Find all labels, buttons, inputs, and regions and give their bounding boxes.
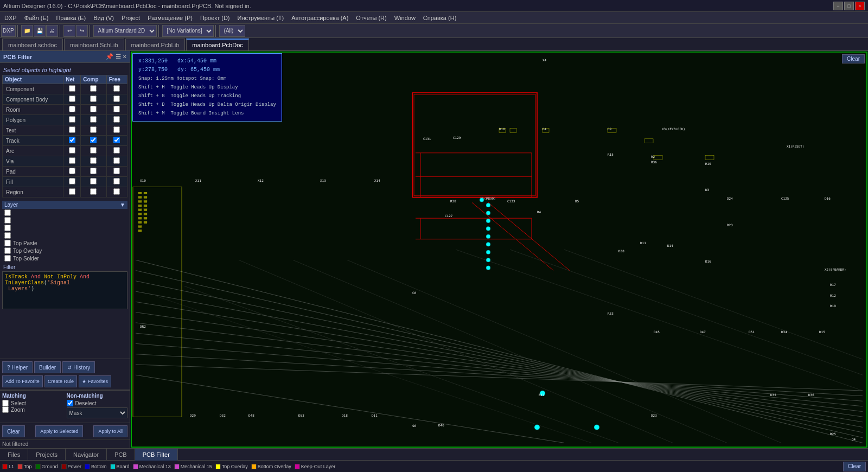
toolbar-save[interactable]: 💾 bbox=[34, 25, 46, 37]
builder-button[interactable]: Builder bbox=[34, 361, 61, 373]
obj-net-6[interactable] bbox=[63, 146, 81, 156]
menu-item-project[interactable]: Project bbox=[118, 14, 143, 22]
obj-comp-10[interactable] bbox=[81, 187, 106, 197]
tab-schlib[interactable]: mainboard.SchLib bbox=[64, 39, 124, 50]
obj-net-7[interactable] bbox=[63, 156, 81, 167]
obj-comp-5[interactable] bbox=[81, 136, 106, 146]
obj-net-8[interactable] bbox=[63, 167, 81, 177]
obj-free-5[interactable] bbox=[106, 136, 127, 146]
layer-checkbox-4[interactable] bbox=[4, 240, 11, 246]
toolbar-redo[interactable]: ↪ bbox=[76, 25, 88, 37]
menu-item----------------[interactable]: Инструменты (Т) bbox=[234, 14, 288, 22]
matching-zoom-checkbox[interactable] bbox=[2, 406, 9, 413]
obj-comp-3[interactable] bbox=[81, 115, 106, 125]
layer-clear-button[interactable]: Clear bbox=[843, 462, 866, 471]
obj-comp-8[interactable] bbox=[81, 167, 106, 177]
btab-navigator[interactable]: Navigator bbox=[66, 449, 107, 461]
menu-item---------[interactable]: Файл (Е) bbox=[21, 14, 52, 22]
history-button[interactable]: ↺ History bbox=[62, 361, 95, 373]
menu-item---------------[interactable]: Размещение (Р) bbox=[144, 14, 196, 22]
add-to-favorites-button[interactable]: Add To Favorite bbox=[2, 375, 43, 387]
object-row-via: Via bbox=[3, 156, 127, 167]
clear-button[interactable]: Clear bbox=[2, 425, 25, 437]
obj-free-4[interactable] bbox=[106, 125, 127, 136]
apply-to-selected-button[interactable]: Apply to Selected bbox=[35, 425, 83, 437]
variations-dropdown[interactable]: [No Variations] bbox=[162, 25, 214, 37]
non-matching-mask-dropdown[interactable]: Mask Dim Normal bbox=[67, 407, 128, 418]
btab-pcb[interactable]: PCB bbox=[107, 449, 135, 461]
view-mode-dropdown[interactable]: Altium Standard 2D bbox=[93, 25, 157, 37]
obj-free-9[interactable] bbox=[106, 177, 127, 187]
btab-pcb-filter[interactable]: PCB Filter bbox=[135, 449, 178, 461]
clear-button-top-right[interactable]: Clear bbox=[842, 54, 865, 63]
all-dropdown[interactable]: (All) bbox=[219, 25, 245, 37]
obj-free-7[interactable] bbox=[106, 156, 127, 167]
obj-free-10[interactable] bbox=[106, 187, 127, 197]
obj-free-8[interactable] bbox=[106, 167, 127, 177]
obj-net-4[interactable] bbox=[63, 125, 81, 136]
layer-checkbox-6[interactable] bbox=[4, 255, 11, 261]
menu-item------v-[interactable]: Вид (V) bbox=[90, 14, 117, 22]
panel-header-icons[interactable]: 📌 ☰ × bbox=[106, 53, 126, 60]
obj-comp-7[interactable] bbox=[81, 156, 106, 167]
matching-select-checkbox[interactable] bbox=[2, 400, 9, 406]
menu-item---------r-[interactable]: Отчеты (R) bbox=[353, 14, 390, 22]
favorites-button[interactable]: ★ Favorites bbox=[79, 375, 111, 387]
obj-comp-2[interactable] bbox=[81, 105, 106, 115]
pcb-canvas[interactable]: x:331,250 dx:54,450 mm y:278,750 dy: 65,… bbox=[130, 51, 868, 448]
obj-free-3[interactable] bbox=[106, 115, 127, 125]
obj-free-6[interactable] bbox=[106, 146, 127, 156]
obj-comp-1[interactable] bbox=[81, 94, 106, 105]
obj-free-1[interactable] bbox=[106, 94, 127, 105]
col-comp: Comp bbox=[81, 75, 106, 84]
menu-item---------d-[interactable]: Проект (D) bbox=[197, 14, 233, 22]
close-button[interactable]: × bbox=[855, 2, 865, 10]
non-matching-deselect-checkbox[interactable] bbox=[67, 400, 73, 406]
obj-net-10[interactable] bbox=[63, 187, 81, 197]
toolbar-undo[interactable]: ↩ bbox=[63, 25, 75, 37]
panel-close-icon[interactable]: × bbox=[123, 53, 126, 60]
menu-item--------------------[interactable]: Автотрассировка (А) bbox=[288, 14, 352, 22]
layer-checkbox-2[interactable] bbox=[4, 225, 11, 231]
tab-pcbdoc[interactable]: mainboard.PcbDoc bbox=[186, 39, 249, 50]
helper-button[interactable]: ? Helper bbox=[2, 361, 33, 373]
menu-item-window[interactable]: Window bbox=[391, 14, 419, 22]
obj-net-3[interactable] bbox=[63, 115, 81, 125]
toolbar-print[interactable]: 🖨 bbox=[46, 25, 58, 37]
obj-net-5[interactable] bbox=[63, 136, 81, 146]
window-controls[interactable]: − □ × bbox=[833, 2, 865, 10]
obj-net-9[interactable] bbox=[63, 177, 81, 187]
maximize-button[interactable]: □ bbox=[844, 2, 854, 10]
layer-checkbox-1[interactable] bbox=[4, 217, 11, 224]
clear-top-right-btn[interactable]: Clear bbox=[842, 54, 865, 63]
panel-menu-icon[interactable]: ☰ bbox=[116, 53, 121, 60]
menu-item------------[interactable]: Справка (Н) bbox=[420, 14, 459, 22]
tab-pcblib[interactable]: mainboard.PcbLib bbox=[125, 39, 186, 50]
obj-net-1[interactable] bbox=[63, 94, 81, 105]
obj-net-2[interactable] bbox=[63, 105, 81, 115]
obj-comp-0[interactable] bbox=[81, 84, 106, 94]
layer-section: Layer ▼ Top Paste Top Overlay Top Sold bbox=[2, 201, 127, 262]
layer-checkbox-3[interactable] bbox=[4, 232, 11, 239]
obj-comp-6[interactable] bbox=[81, 146, 106, 156]
create-rule-button[interactable]: Create Rule bbox=[44, 375, 77, 387]
obj-net-0[interactable] bbox=[63, 84, 81, 94]
layer-checkbox-0[interactable] bbox=[4, 209, 11, 216]
label-d15: D15 bbox=[819, 330, 825, 334]
toolbar-open[interactable]: 📁 bbox=[21, 25, 33, 37]
obj-comp-4[interactable] bbox=[81, 125, 106, 136]
obj-comp-9[interactable] bbox=[81, 177, 106, 187]
apply-to-all-button[interactable]: Apply to All bbox=[93, 425, 127, 437]
minimize-button[interactable]: − bbox=[833, 2, 843, 10]
panel-pin-icon[interactable]: 📌 bbox=[106, 53, 113, 60]
object-row-track: Track bbox=[3, 136, 127, 146]
tab-schdoc[interactable]: mainboard.schdoc bbox=[2, 39, 63, 50]
btab-projects[interactable]: Projects bbox=[28, 449, 66, 461]
obj-free-0[interactable] bbox=[106, 84, 127, 94]
menu-item-dxp[interactable]: DXP bbox=[1, 14, 20, 22]
menu-item-----------[interactable]: Правка (Е) bbox=[53, 14, 89, 22]
obj-free-2[interactable] bbox=[106, 105, 127, 115]
toolbar-dxp[interactable]: DXP bbox=[1, 25, 16, 37]
layer-checkbox-5[interactable] bbox=[4, 247, 11, 254]
btab-files[interactable]: Files bbox=[0, 449, 28, 461]
